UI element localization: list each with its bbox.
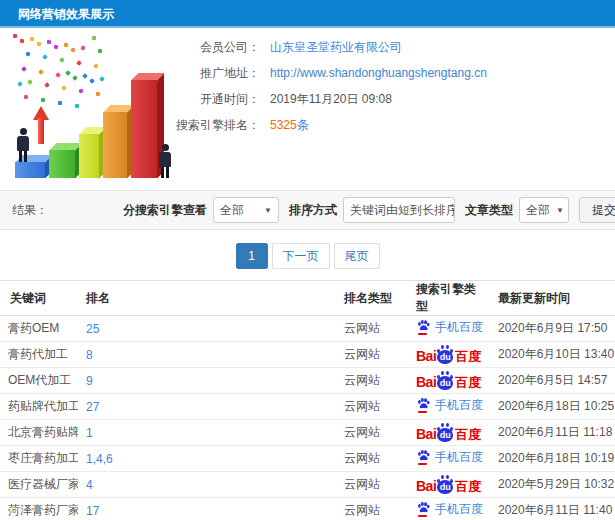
bar-chart-bar-red [131, 80, 157, 178]
baidu-bai-text: Bai [416, 427, 436, 442]
article-type-selected: 全部 [526, 202, 550, 219]
company-info-section: 会员公司： 山东皇圣堂药业有限公司 推广地址： http://www.shand… [0, 28, 615, 190]
col-header-engine-type: 搜索引擎类型 [408, 281, 490, 316]
field-promo-url: 推广地址： http://www.shandonghuangshengtang.… [172, 60, 612, 86]
rank-type-cell: 云网站 [336, 394, 408, 420]
baidu-du-paw-icon: du [437, 371, 454, 390]
engine-cell: 手机百度 [408, 446, 490, 472]
engine-view-select[interactable]: 全部 ▼ [213, 197, 279, 223]
bar-chart-bar-blue [15, 162, 45, 178]
rank-count-value: 5325条 [270, 117, 309, 134]
updated-cell: 2020年6月11日 11:40 [490, 498, 615, 520]
table-row: 膏药代加工 8 云网站 Bai du 百度 2020年6月10日 13:40 [0, 342, 615, 368]
rank-cell: 1,4,6 [78, 446, 336, 472]
baidu-du-paw-icon: du [437, 423, 454, 442]
baidu-bai-text: Bai [416, 479, 436, 494]
updated-cell: 2020年6月11日 11:18 [490, 420, 615, 446]
caret-down-icon: ▼ [264, 206, 272, 215]
rank-link[interactable]: 4 [86, 478, 93, 492]
engine-cell: 手机百度 [408, 394, 490, 420]
table-row: 医疗器械厂家 4 云网站 Bai du 百度 2020年5月29日 10:32 [0, 472, 615, 498]
sort-selected: 关键词由短到长排序 [350, 202, 455, 219]
keyword-cell: 膏药OEM [0, 316, 78, 342]
engine-cell: Bai du 百度 [408, 342, 490, 368]
rank-link[interactable]: 1 [86, 426, 93, 440]
rank-cell: 25 [78, 316, 336, 342]
engine-cell: 手机百度 [408, 498, 490, 520]
engine-view-label: 分搜索引擎查看 [123, 202, 207, 219]
engine-view-selected: 全部 [220, 202, 244, 219]
mobile-baidu-badge: 手机百度 [416, 319, 483, 336]
field-engine-rank-count: 搜索引擎排名： 5325条 [172, 112, 612, 138]
page-button-last[interactable]: 尾页 [334, 243, 380, 269]
baidu-du-paw-icon: du [437, 345, 454, 364]
baidu-suffix-text: 百度 [455, 427, 481, 442]
mobile-baidu-label: 手机百度 [435, 501, 483, 518]
open-time-value: 2019年11月20日 09:08 [270, 91, 392, 108]
rank-type-cell: 云网站 [336, 368, 408, 394]
keyword-cell: 枣庄膏药加工 [0, 446, 78, 472]
rank-cell: 1 [78, 420, 336, 446]
page-root: 网络营销效果展示 会员公司： 山东皇圣堂药业有限公司 推广地址： http://… [0, 0, 615, 520]
updated-cell: 2020年6月9日 17:50 [490, 316, 615, 342]
results-table-body: 膏药OEM 25 云网站 手机百度 2020年6月9日 17:50 [0, 316, 615, 520]
confetti-decoration [9, 32, 109, 112]
baidu-du-text: du [437, 428, 453, 442]
bar-chart-bar-green [49, 150, 75, 178]
updated-cell: 2020年6月18日 10:25 [490, 394, 615, 420]
promo-url-link[interactable]: http://www.shandonghuangshengtang.cn [270, 66, 487, 80]
field-label: 搜索引擎排名： [172, 117, 260, 134]
results-table: 关键词 排名 排名类型 搜索引擎类型 最新更新时间 膏药OEM 25 云网站 [0, 280, 615, 520]
col-header-keyword: 关键词 [0, 281, 78, 316]
rank-cell: 8 [78, 342, 336, 368]
rank-link[interactable]: 1,4,6 [86, 452, 113, 466]
rank-count-unit: 条 [297, 118, 309, 132]
filter-bar: 结果： 分搜索引擎查看 全部 ▼ 排序方式 关键词由短到长排序 ▼ 文章类型 全… [0, 190, 615, 230]
submit-button[interactable]: 提交 [579, 197, 615, 223]
updated-cell: 2020年5月29日 10:32 [490, 472, 615, 498]
table-row: OEM代加工 9 云网站 Bai du 百度 2020年6月5日 14:57 [0, 368, 615, 394]
baidu-logo: Bai du 百度 [416, 423, 481, 442]
field-label: 会员公司： [172, 39, 260, 56]
sort-select[interactable]: 关键词由短到长排序 ▼ [343, 197, 455, 223]
bar-chart-bar-lime [79, 134, 99, 178]
rank-link[interactable]: 9 [86, 374, 93, 388]
businessman-figure-right [157, 144, 173, 178]
company-name-link[interactable]: 山东皇圣堂药业有限公司 [270, 39, 402, 56]
rank-type-cell: 云网站 [336, 342, 408, 368]
rank-link[interactable]: 27 [86, 400, 99, 414]
article-type-label: 文章类型 [465, 202, 513, 219]
rank-link[interactable]: 8 [86, 348, 93, 362]
rank-link[interactable]: 25 [86, 322, 99, 336]
rank-type-cell: 云网站 [336, 316, 408, 342]
page-button-next[interactable]: 下一页 [272, 243, 330, 269]
mobile-baidu-badge: 手机百度 [416, 501, 483, 518]
engine-cell: Bai du 百度 [408, 472, 490, 498]
page-button-current[interactable]: 1 [236, 243, 268, 269]
rank-type-cell: 云网站 [336, 446, 408, 472]
baidu-du-text: du [437, 376, 453, 390]
updated-cell: 2020年6月5日 14:57 [490, 368, 615, 394]
businessman-figure-left [15, 128, 31, 162]
baidu-suffix-text: 百度 [455, 349, 481, 364]
field-member-company: 会员公司： 山东皇圣堂药业有限公司 [172, 34, 612, 60]
baidu-du-text: du [437, 480, 453, 494]
keyword-cell: 药贴牌代加工 [0, 394, 78, 420]
baidu-paw-icon [416, 449, 431, 465]
baidu-du-paw-icon: du [437, 475, 454, 494]
keyword-cell: 北京膏药贴牌 [0, 420, 78, 446]
baidu-du-text: du [437, 350, 453, 364]
mobile-baidu-label: 手机百度 [435, 319, 483, 336]
keyword-cell: 医疗器械厂家 [0, 472, 78, 498]
table-row: 枣庄膏药加工 1,4,6 云网站 手机百度 2020年6月18日 [0, 446, 615, 472]
growth-arrow-icon [33, 106, 49, 144]
article-type-select[interactable]: 全部 ▼ [519, 197, 569, 223]
bar-chart-bar-orange [103, 112, 127, 178]
growth-chart-illustration [5, 32, 177, 182]
mobile-baidu-label: 手机百度 [435, 449, 483, 466]
rank-count-number: 5325 [270, 118, 297, 132]
rank-link[interactable]: 17 [86, 504, 99, 518]
rank-cell: 9 [78, 368, 336, 394]
rank-type-cell: 云网站 [336, 472, 408, 498]
baidu-paw-icon [416, 319, 431, 335]
